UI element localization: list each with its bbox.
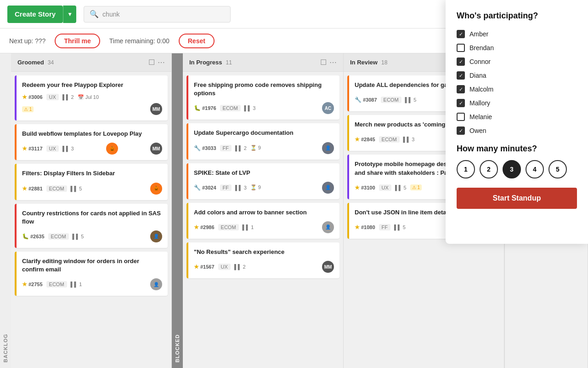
column-count-groomed: 34 (48, 59, 54, 66)
column-checkbox-groomed[interactable]: ☐ (148, 58, 155, 67)
card-tag-2986: ECOM (218, 224, 239, 230)
checkbox-melanie[interactable] (457, 113, 465, 121)
start-standup-button[interactable]: Start Standup (457, 188, 577, 209)
card-id-2986: ★ #2986 (194, 224, 215, 230)
card-meta-2986: ★ #2986 ECOM ▌▌ 1 👤 (194, 221, 334, 233)
card-meta-1567: ★ #1567 UX ▌▌ 2 MM (194, 261, 334, 273)
card-id-2845: ★ #2845 (355, 136, 375, 143)
card-timer-3033: ⏳ 9 (250, 145, 261, 151)
card-tag-3024: FF (220, 184, 232, 191)
card-title-1976: Free shipping promo code removes shippin… (194, 81, 334, 98)
card-warn-3006: ⚠ 1 (22, 106, 34, 112)
card-title-2635: Country restrictions for cards not appli… (22, 209, 162, 226)
card-meta-2635: 🐛 #2635 ECOM ▌▌ 5 👤 (22, 230, 162, 242)
card-tag-3006: UX (46, 94, 59, 100)
column-body-groomed: Redeem your free Playpop Explorer ★ #300… (11, 72, 171, 368)
checkbox-brendan[interactable] (457, 44, 465, 52)
card-title-3006: Redeem your free Playpop Explorer (22, 81, 162, 89)
card-avatar-2881: 🎃 (150, 183, 162, 195)
participant-name-brendan: Brendan (469, 44, 494, 52)
card-id-3100: ★ #3100 (355, 184, 375, 191)
card-2755[interactable]: Clarify editing window for orders in ord… (15, 252, 168, 296)
minute-btn-4[interactable]: 4 (526, 160, 544, 178)
column-count-in-review: 18 (381, 59, 387, 66)
reset-button[interactable]: Reset (179, 34, 215, 48)
backlog-label: Backlog (0, 53, 11, 368)
participant-amber: ✓ Amber (457, 30, 577, 38)
card-signal-1976: ▌▌ 3 (244, 105, 256, 111)
card-id-3087: 🔧 #3087 (355, 97, 377, 103)
card-tag-3033: FF (220, 145, 232, 151)
participant-name-amber: Amber (469, 30, 488, 38)
card-1567[interactable]: "No Results" search experience ★ #1567 U… (187, 242, 339, 278)
card-title-3024: SPIKE: State of LVP (194, 169, 334, 177)
card-title-3117: Build webflow templates for Lovepop Play (22, 130, 162, 138)
minute-btn-5[interactable]: 5 (548, 160, 567, 178)
card-tag-1080: FF (379, 224, 390, 230)
card-meta-3024: 🔧 #3024 FF ▌▌ 3 ⏳ 9 👤 (194, 182, 334, 194)
card-signal-3100: ▌▌ 5 (395, 185, 407, 190)
create-story-dropdown[interactable]: ▼ (63, 6, 76, 23)
card-avatar-3033: 👤 (322, 142, 334, 154)
card-signal-2755: ▌▌ 1 (71, 282, 82, 287)
card-signal-3024: ▌▌ 3 (235, 185, 247, 190)
panel-title: Who's participating? (457, 11, 577, 21)
search-input[interactable] (102, 11, 225, 18)
card-2986[interactable]: Add colors and arrow to banner section ★… (187, 203, 339, 239)
card-title-2755: Clarify editing window for orders in ord… (22, 257, 162, 274)
checkbox-owen[interactable]: ✓ (457, 126, 465, 135)
time-remaining-label: Time remaining: 0:00 (109, 37, 170, 45)
column-menu-groomed[interactable]: ⋯ (158, 58, 165, 67)
card-id-2755: ★ #2755 (22, 281, 43, 288)
participant-name-diana: Diana (469, 72, 486, 79)
create-story-button[interactable]: Create Story (7, 6, 63, 23)
card-timer-3024: ⏳ 9 (250, 184, 261, 190)
minute-btn-1[interactable]: 1 (457, 160, 475, 178)
card-signal-3033: ▌▌ 2 (235, 145, 247, 151)
minute-btn-3[interactable]: 3 (503, 160, 521, 178)
checkbox-diana[interactable]: ✓ (457, 71, 465, 80)
card-1976[interactable]: Free shipping promo code removes shippin… (187, 75, 339, 120)
card-tag-2635: ECOM (48, 233, 69, 240)
card-signal-1080: ▌▌ 5 (394, 224, 406, 230)
card-2635[interactable]: Country restrictions for cards not appli… (15, 204, 168, 248)
card-id-1567: ★ #1567 (194, 264, 215, 270)
participants-panel: Who's participating? ✓ Amber Brendan ✓ C… (446, 0, 588, 244)
card-avatar2-3117: MM (150, 143, 162, 155)
card-tag-2845: ECOM (379, 136, 400, 143)
checkbox-connor[interactable]: ✓ (457, 58, 465, 66)
card-meta-3117: ★ #3117 UX ▌▌ 3 🎃 MM (22, 143, 162, 155)
card-id-1080: ★ #1080 (355, 224, 375, 230)
card-tag-1567: UX (218, 264, 231, 270)
search-bar: 🔍 (84, 6, 231, 23)
column-checkbox-in-progress[interactable]: ☐ (320, 58, 327, 67)
card-3024[interactable]: SPIKE: State of LVP 🔧 #3024 FF ▌▌ 3 ⏳ 9 … (187, 163, 339, 199)
card-3033[interactable]: Update Supercargo documentation 🔧 #3033 … (187, 123, 339, 159)
checkbox-mallory[interactable]: ✓ (457, 99, 465, 107)
card-id-2881: ★ #2881 (22, 185, 43, 192)
card-tag-3100: UX (379, 184, 391, 191)
column-title-groomed: Groomed (17, 59, 44, 66)
thrill-me-button[interactable]: Thrill me (55, 34, 100, 48)
card-2881[interactable]: Filters: Display Filters In Sidebar ★ #2… (15, 164, 168, 200)
column-menu-in-progress[interactable]: ⋯ (329, 58, 337, 67)
card-signal-2881: ▌▌ 5 (71, 186, 82, 191)
card-title-2881: Filters: Display Filters In Sidebar (22, 169, 162, 178)
card-signal-3006: ▌▌ 2 (62, 94, 74, 100)
card-tag-2755: ECOM (46, 281, 67, 288)
card-date-3006: 📅 Jul 10 (78, 94, 99, 100)
column-title-in-review: In Review (350, 59, 378, 66)
minute-btn-2[interactable]: 2 (480, 160, 498, 178)
card-footer-3006: ⚠ 1 MM (22, 103, 162, 115)
next-up-label: Next up: ??? (9, 37, 45, 45)
checkbox-amber[interactable]: ✓ (457, 30, 465, 38)
card-signal-2986: ▌▌ 1 (243, 224, 254, 230)
card-meta-1976: 🐛 #1976 ECOM ▌▌ 3 AC (194, 102, 334, 114)
card-meta-2881: ★ #2881 ECOM ▌▌ 5 🎃 (22, 183, 162, 195)
card-3006[interactable]: Redeem your free Playpop Explorer ★ #300… (15, 75, 168, 121)
card-tag-3117: UX (46, 145, 59, 152)
checkbox-malcolm[interactable]: ✓ (457, 85, 465, 93)
card-id-3117: ★ #3117 (22, 145, 43, 152)
card-3117[interactable]: Build webflow templates for Lovepop Play… (15, 124, 168, 160)
card-meta-2755: ★ #2755 ECOM ▌▌ 1 👤 (22, 278, 162, 290)
